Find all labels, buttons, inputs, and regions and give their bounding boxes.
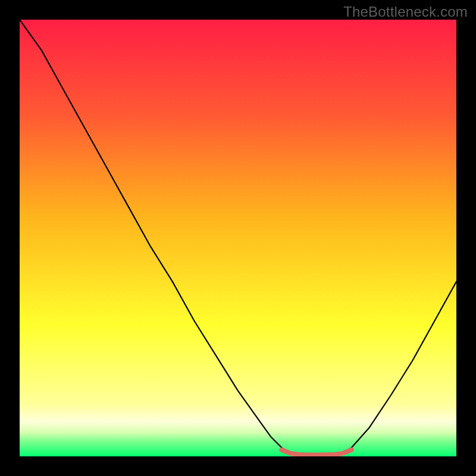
bottleneck-curve-chart bbox=[20, 20, 456, 456]
chart-frame: TheBottleneck.com bbox=[0, 0, 476, 476]
watermark-text: TheBottleneck.com bbox=[343, 4, 468, 20]
plot-area bbox=[20, 20, 456, 456]
